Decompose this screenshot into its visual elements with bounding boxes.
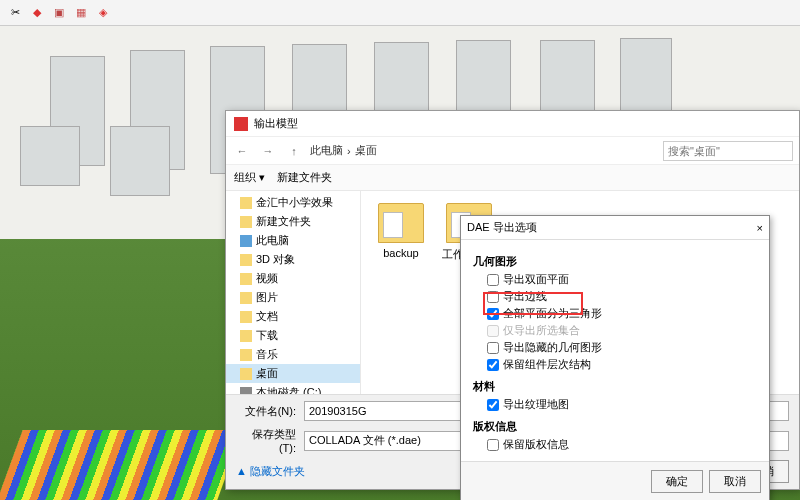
edges-checkbox[interactable] bbox=[487, 291, 499, 303]
filename-label: 文件名(N): bbox=[236, 404, 296, 419]
tree-item[interactable]: 下载 bbox=[226, 326, 360, 345]
hidden-geo-checkbox[interactable] bbox=[487, 342, 499, 354]
box-icon[interactable]: ▦ bbox=[72, 3, 90, 21]
savetype-label: 保存类型(T): bbox=[236, 427, 296, 454]
tree-item[interactable]: 音乐 bbox=[226, 345, 360, 364]
options-dialog: DAE 导出选项 × 几何图形 导出双面平面 导出边线 全部平面分为三角形 仅导… bbox=[460, 215, 770, 500]
folder-icon bbox=[378, 203, 424, 243]
organize-menu[interactable]: 组织 ▾ bbox=[234, 170, 265, 185]
fwd-button[interactable]: → bbox=[258, 141, 278, 161]
folder-icon bbox=[240, 216, 252, 228]
folder-tree[interactable]: 金汇中小学效果新建文件夹此电脑3D 对象视频图片文档下载音乐桌面本地磁盘 (C:… bbox=[226, 191, 361, 394]
nav-row: ← → ↑ 此电脑› 桌面 bbox=[226, 137, 799, 165]
folder-icon bbox=[240, 254, 252, 266]
opts-cancel-button[interactable]: 取消 bbox=[709, 470, 761, 493]
tree-item[interactable]: 3D 对象 bbox=[226, 250, 360, 269]
two-sided-checkbox[interactable] bbox=[487, 274, 499, 286]
search-input[interactable] bbox=[663, 141, 793, 161]
colored-building bbox=[0, 430, 243, 500]
main-toolbar: ✂ ◆ ▣ ▦ ◈ bbox=[0, 0, 800, 26]
scissors-icon[interactable]: ✂ bbox=[6, 3, 24, 21]
folder-icon bbox=[240, 273, 252, 285]
tex-map-checkbox[interactable] bbox=[487, 399, 499, 411]
options-body: 几何图形 导出双面平面 导出边线 全部平面分为三角形 仅导出所选集合 导出隐藏的… bbox=[461, 240, 769, 461]
back-button[interactable]: ← bbox=[232, 141, 252, 161]
keep-credit-checkbox[interactable] bbox=[487, 439, 499, 451]
sel-only-checkbox bbox=[487, 325, 499, 337]
folder-icon bbox=[240, 197, 252, 209]
gem-icon[interactable]: ◆ bbox=[28, 3, 46, 21]
ruby-icon[interactable]: ◈ bbox=[94, 3, 112, 21]
section-copyright: 版权信息 bbox=[473, 419, 757, 434]
section-material: 材料 bbox=[473, 379, 757, 394]
dialog-titlebar[interactable]: 输出模型 bbox=[226, 111, 799, 137]
breadcrumb[interactable]: 此电脑› 桌面 bbox=[310, 143, 657, 158]
command-row: 组织 ▾ 新建文件夹 bbox=[226, 165, 799, 191]
triangulate-checkbox[interactable] bbox=[487, 308, 499, 320]
tree-item[interactable]: 本地磁盘 (C:) bbox=[226, 383, 360, 394]
tree-item[interactable]: 视频 bbox=[226, 269, 360, 288]
folder-icon bbox=[240, 349, 252, 361]
folder-item[interactable]: backup bbox=[373, 203, 429, 259]
tree-item[interactable]: 金汇中小学效果 bbox=[226, 193, 360, 212]
folder-icon bbox=[240, 368, 252, 380]
app-icon bbox=[234, 117, 248, 131]
computer-icon bbox=[240, 235, 252, 247]
drive-icon bbox=[240, 387, 252, 395]
tree-item[interactable]: 新建文件夹 bbox=[226, 212, 360, 231]
tree-item[interactable]: 桌面 bbox=[226, 364, 360, 383]
tree-item[interactable]: 图片 bbox=[226, 288, 360, 307]
up-button[interactable]: ↑ bbox=[284, 141, 304, 161]
options-titlebar[interactable]: DAE 导出选项 × bbox=[461, 216, 769, 240]
close-icon[interactable]: × bbox=[757, 222, 763, 234]
tree-item[interactable]: 文档 bbox=[226, 307, 360, 326]
cube-icon[interactable]: ▣ bbox=[50, 3, 68, 21]
hierarchy-checkbox[interactable] bbox=[487, 359, 499, 371]
folder-icon bbox=[240, 292, 252, 304]
tree-item[interactable]: 此电脑 bbox=[226, 231, 360, 250]
new-folder-button[interactable]: 新建文件夹 bbox=[277, 170, 332, 185]
dialog-title: 输出模型 bbox=[254, 116, 298, 131]
options-title: DAE 导出选项 bbox=[467, 220, 537, 235]
section-geometry: 几何图形 bbox=[473, 254, 757, 269]
folder-icon bbox=[240, 330, 252, 342]
folder-icon bbox=[240, 311, 252, 323]
ok-button[interactable]: 确定 bbox=[651, 470, 703, 493]
hide-folders-link[interactable]: ▲ 隐藏文件夹 bbox=[236, 464, 305, 479]
